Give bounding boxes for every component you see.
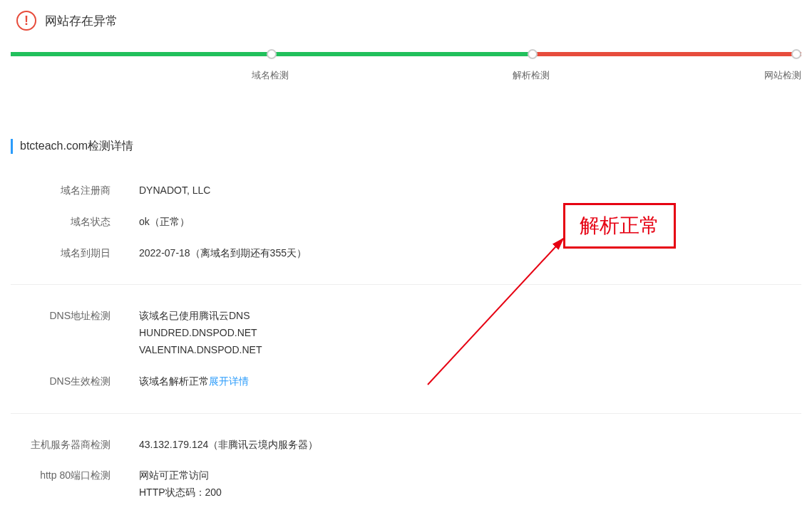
- progress-bar: 域名检测 解析检测 网站检测: [11, 52, 801, 82]
- registrar-value: DYNADOT, LLC: [139, 182, 801, 199]
- dns-effect-text: 该域名解析正常: [139, 375, 209, 387]
- page-header: ! 网站存在异常: [11, 11, 801, 31]
- http-line2: HTTP状态码：200: [139, 484, 801, 501]
- host-info-group: 主机服务器商检测 43.132.179.124（非腾讯云境内服务器） http …: [11, 422, 801, 505]
- progress-label-site: 网站检测: [533, 69, 801, 82]
- registrar-label: 域名注册商: [11, 182, 139, 199]
- progress-label-domain: 域名检测: [28, 69, 289, 82]
- host-value: 43.132.179.124（非腾讯云境内服务器）: [139, 437, 801, 454]
- annotation-text: 解析正常: [580, 214, 659, 236]
- http-value: 网站可正常访问 HTTP状态码：200: [139, 467, 801, 501]
- detail-row: DNS生效检测 该域名解析正常展开详情: [11, 366, 801, 397]
- detail-row: 域名状态 ok（正常）: [11, 207, 801, 238]
- status-value: ok（正常）: [139, 214, 801, 231]
- progress-node-site: [791, 49, 801, 59]
- detail-row: 域名到期日 2022-07-18（离域名到期还有355天）: [11, 238, 801, 269]
- domain-info-group: 域名注册商 DYNADOT, LLC 域名状态 ok（正常） 域名到期日 202…: [11, 168, 801, 276]
- divider: [11, 413, 801, 414]
- detail-row: 主机服务器商检测 43.132.179.124（非腾讯云境内服务器）: [11, 429, 801, 461]
- detail-row: DNS地址检测 该域名已使用腾讯云DNS HUNDRED.DNSPOD.NET …: [11, 301, 801, 365]
- progress-segment-error: [533, 52, 801, 56]
- dns-addr-value: 该域名已使用腾讯云DNS HUNDRED.DNSPOD.NET VALENTIN…: [139, 308, 801, 358]
- dns-addr-label: DNS地址检测: [11, 308, 139, 358]
- dns-info-group: DNS地址检测 该域名已使用腾讯云DNS HUNDRED.DNSPOD.NET …: [11, 293, 801, 404]
- detail-row: 域名注册商 DYNADOT, LLC: [11, 175, 801, 207]
- progress-node-dns: [528, 49, 538, 59]
- expiry-value: 2022-07-18（离域名到期还有355天）: [139, 245, 801, 262]
- status-label: 域名状态: [11, 214, 139, 231]
- divider: [11, 284, 801, 285]
- section-title: btcteach.com检测详情: [11, 139, 801, 154]
- http-label: http 80端口检测: [11, 467, 139, 501]
- host-label: 主机服务器商检测: [11, 437, 139, 454]
- annotation-callout: 解析正常: [563, 203, 676, 249]
- dns-addr-line2: HUNDRED.DNSPOD.NET: [139, 325, 801, 342]
- alert-icon: !: [16, 11, 36, 31]
- dns-addr-line1: 该域名已使用腾讯云DNS: [139, 308, 801, 325]
- dns-effect-label: DNS生效检测: [11, 373, 139, 390]
- dns-effect-value: 该域名解析正常展开详情: [139, 373, 801, 390]
- page-title: 网站存在异常: [45, 13, 118, 29]
- http-line1: 网站可正常访问: [139, 467, 801, 484]
- expand-details-link[interactable]: 展开详情: [209, 375, 249, 387]
- progress-node-domain: [267, 49, 277, 59]
- detail-row: http 80端口检测 网站可正常访问 HTTP状态码：200: [11, 460, 801, 505]
- progress-label-dns: 解析检测: [289, 69, 550, 82]
- expiry-label: 域名到期日: [11, 245, 139, 262]
- dns-addr-line3: VALENTINA.DNSPOD.NET: [139, 342, 801, 359]
